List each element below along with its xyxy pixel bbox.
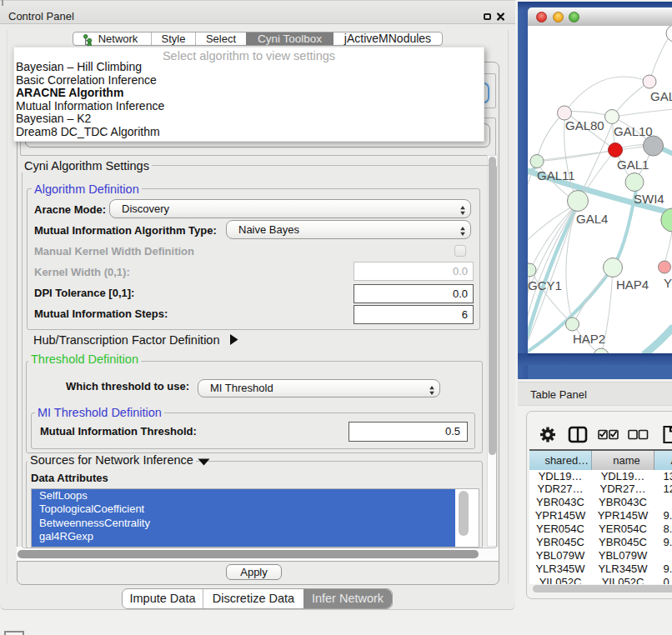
svg-text:GAL10: GAL10 [614, 124, 653, 138]
svg-text:GAL80: GAL80 [565, 118, 604, 132]
svg-text:GCY1: GCY1 [528, 278, 562, 292]
svg-text:GAL11: GAL11 [537, 168, 575, 182]
svg-text:GAL4: GAL4 [576, 212, 608, 226]
svg-text:YE: YE [664, 276, 672, 290]
svg-text:GAL1: GAL1 [617, 158, 649, 172]
svg-text:GAL2: GAL2 [650, 89, 672, 103]
svg-text:HAP2: HAP2 [573, 332, 605, 346]
svg-text:SWI4: SWI4 [634, 192, 664, 206]
svg-text:HAP4: HAP4 [616, 278, 649, 292]
